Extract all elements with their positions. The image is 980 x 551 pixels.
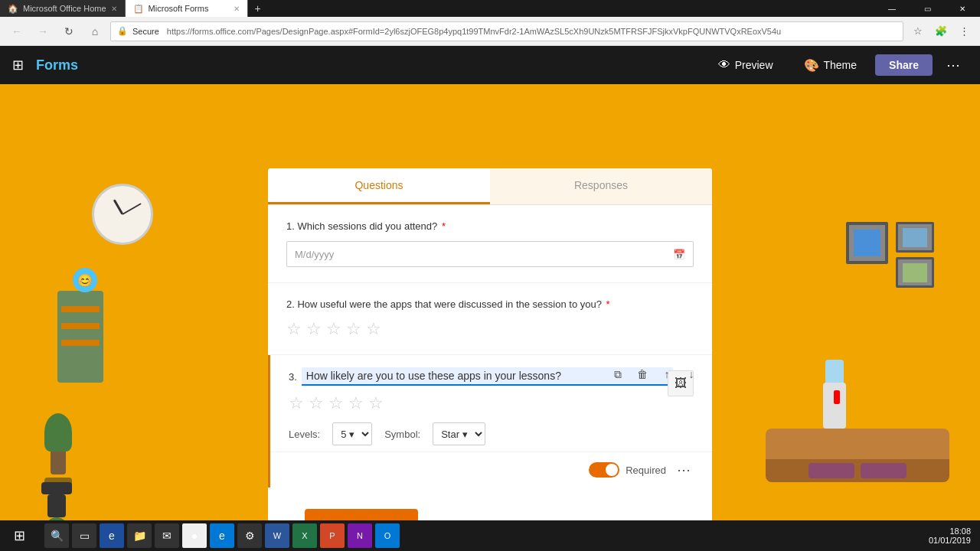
rating-controls: Levels: 5 ▾ Symbol: Star ▾ [289, 422, 694, 445]
tab-questions[interactable]: Questions [268, 168, 490, 204]
required-toggle-container: Required [589, 462, 666, 478]
form-container: Questions Responses 1. Which sessions di… [268, 168, 712, 520]
delete-question-button[interactable]: 🗑 [631, 363, 654, 386]
tab-label-forms: Microsoft Forms [149, 4, 209, 13]
close-button[interactable]: ✕ [945, 0, 980, 17]
star-3-2[interactable]: ☆ [309, 393, 324, 413]
question-1: 1. Which sessions did you attend? * M/d/… [268, 205, 712, 283]
question-1-num: 1. [286, 220, 295, 232]
date-input-1[interactable]: M/d/yyyy 📅 [286, 241, 694, 267]
star-2-3[interactable]: ☆ [326, 319, 341, 339]
settings-icon[interactable]: ⋮ [954, 21, 974, 41]
tab-label: Microsoft Office Home [23, 4, 106, 13]
question-1-text: Which sessions did you attend? [297, 220, 437, 232]
star-3-1[interactable]: ☆ [289, 393, 304, 413]
question-2-label: 2. How useful were the apps that were di… [286, 298, 694, 310]
star-2-2[interactable]: ☆ [306, 319, 322, 339]
required-toggle[interactable] [589, 462, 619, 478]
tab-favicon: 🏠 [8, 4, 18, 14]
star-2-4[interactable]: ☆ [346, 319, 361, 339]
taskbar-word[interactable]: W [265, 523, 289, 548]
refresh-button[interactable]: ↻ [58, 21, 80, 42]
window-controls: — ▭ ✕ [874, 0, 980, 17]
more-options-icon[interactable]: ⋯ [939, 52, 968, 78]
star-3-3[interactable]: ☆ [328, 393, 344, 413]
taskbar-mail[interactable]: ✉ [155, 523, 179, 548]
new-tab-button[interactable]: + [248, 0, 268, 17]
star-3-4[interactable]: ☆ [348, 393, 364, 413]
water-cooler-decoration [823, 360, 846, 429]
taskbar-search[interactable]: 🔍 [44, 523, 69, 548]
levels-label: Levels: [289, 429, 320, 440]
theme-button[interactable]: 🎨 Theme [792, 54, 870, 77]
required-toggle-label: Required [626, 465, 666, 476]
symbol-select[interactable]: Star ▾ [433, 422, 485, 445]
taskbar-excel[interactable]: X [292, 523, 317, 548]
star-2-5[interactable]: ☆ [366, 319, 381, 339]
bookmark-icon[interactable]: ☆ [908, 21, 928, 41]
taskbar-icons: 🔍 ▭ e 📁 ✉ ● e ⚙ W X P N O [38, 523, 406, 548]
stars-2: ☆ ☆ ☆ ☆ ☆ [286, 319, 694, 339]
taskbar-taskview[interactable]: ▭ [72, 523, 96, 548]
grid-icon[interactable]: ⊞ [12, 57, 24, 73]
preview-label: Preview [735, 59, 773, 71]
main-form-area: Questions Responses 1. Which sessions di… [268, 168, 712, 482]
sofa-decoration [766, 429, 949, 482]
taskbar-powerpoint[interactable]: P [320, 523, 345, 548]
clock-decoration [92, 184, 153, 245]
copy-question-button[interactable]: ⧉ [606, 363, 629, 386]
form-tabs: Questions Responses [268, 168, 712, 205]
calendar-icon: 📅 [673, 249, 685, 260]
start-button[interactable]: ⊞ [0, 520, 38, 551]
add-question-button[interactable]: + Add question [305, 509, 418, 520]
tab-responses[interactable]: Responses [490, 168, 712, 204]
plant-decoration [44, 413, 72, 493]
taskbar-time: 18:08 01/01/2019 [929, 527, 980, 545]
required-star-1: * [442, 220, 446, 232]
question-3-footer: Required ⋯ [270, 452, 712, 487]
required-star-2: * [606, 298, 610, 310]
tab-office-home[interactable]: 🏠 Microsoft Office Home ✕ [0, 0, 126, 17]
tab-forms[interactable]: 📋 Microsoft Forms ✕ [126, 0, 248, 17]
maximize-button[interactable]: ▭ [910, 0, 945, 17]
addressbar-actions: ☆ 🧩 ⋮ [908, 21, 974, 41]
star-2-1[interactable]: ☆ [286, 319, 302, 339]
date-placeholder: M/d/yyyy [295, 249, 334, 260]
question-more-button[interactable]: ⋯ [674, 461, 694, 478]
move-down-button[interactable]: ↓ [680, 363, 703, 386]
taskbar: ⊞ 🔍 ▭ e 📁 ✉ ● e ⚙ W X P N O 18:08 01/01/… [0, 520, 980, 551]
taskbar-settings[interactable]: ⚙ [237, 523, 262, 548]
star-3-5[interactable]: ☆ [368, 393, 384, 413]
question-3-active: ⧉ 🗑 ↑ ↓ 3. 🖼 ☆ ☆ [268, 355, 712, 487]
tab-close-forms[interactable]: ✕ [234, 5, 240, 13]
extension-icon[interactable]: 🧩 [931, 21, 951, 41]
taskbar-onenote[interactable]: N [348, 523, 372, 548]
frames-decoration [846, 222, 934, 288]
theme-icon: 🎨 [804, 58, 819, 73]
toggle-thumb [606, 464, 618, 476]
tab-close-office[interactable]: ✕ [111, 5, 117, 13]
question-1-label: 1. Which sessions did you attend? * [286, 220, 694, 232]
app-name[interactable]: Forms [36, 57, 78, 73]
symbol-label: Symbol: [384, 429, 420, 440]
move-up-button[interactable]: ↑ [655, 363, 678, 386]
question-3-toolbar: ⧉ 🗑 ↑ ↓ [606, 363, 703, 386]
taskbar-ie[interactable]: e [100, 523, 124, 548]
theme-label: Theme [824, 59, 858, 71]
preview-button[interactable]: 👁 Preview [706, 54, 786, 77]
minimize-button[interactable]: — [874, 0, 910, 17]
taskbar-edge[interactable]: e [210, 523, 234, 548]
home-button[interactable]: ⌂ [84, 21, 106, 42]
forward-button[interactable]: → [32, 21, 54, 42]
taskbar-explorer[interactable]: 📁 [127, 523, 152, 548]
preview-icon: 👁 [718, 58, 730, 72]
browser-tabs: 🏠 Microsoft Office Home ✕ 📋 Microsoft Fo… [0, 0, 268, 17]
taskbar-chrome[interactable]: ● [182, 523, 207, 548]
taskbar-outlook[interactable]: O [375, 523, 400, 548]
back-button[interactable]: ← [6, 21, 28, 42]
url-bar[interactable]: 🔒 Secure https://forms.office.com/Pages/… [110, 21, 903, 41]
cabinet-decoration [57, 291, 103, 383]
share-button[interactable]: Share [875, 54, 933, 76]
questions-scroll-area[interactable]: 1. Which sessions did you attend? * M/d/… [268, 205, 712, 520]
levels-select[interactable]: 5 ▾ [332, 422, 372, 445]
